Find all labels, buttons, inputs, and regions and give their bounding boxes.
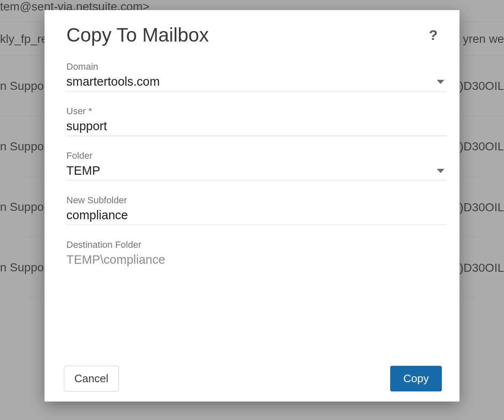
new-subfolder-field[interactable]: New Subfolder [66,195,447,225]
domain-label: Domain [66,61,447,72]
copy-to-mailbox-dialog: Copy To Mailbox ? Domain smartertools.co… [45,10,459,402]
user-field[interactable]: User * [66,106,447,136]
domain-value: smartertools.com [66,75,160,89]
dialog-form: Domain smartertools.com User * Folder TE… [66,61,447,362]
destination-folder-label: Destination Folder [66,239,447,250]
dialog-header: Copy To Mailbox ? [66,24,447,46]
new-subfolder-input[interactable] [66,208,447,222]
user-label: User * [66,106,447,117]
dialog-footer: Cancel Copy [64,362,447,391]
dialog-title: Copy To Mailbox [66,24,209,46]
folder-value: TEMP [66,164,100,178]
new-subfolder-label: New Subfolder [66,195,447,206]
folder-field[interactable]: Folder TEMP [66,150,447,181]
domain-field[interactable]: Domain smartertools.com [66,61,447,92]
folder-label: Folder [66,150,447,161]
user-input[interactable] [66,119,447,133]
copy-button[interactable]: Copy [390,366,442,391]
chevron-down-icon [437,169,444,173]
chevron-down-icon [437,80,444,84]
destination-folder-value: TEMP\compliance [66,253,165,267]
help-icon[interactable]: ? [425,25,442,45]
cancel-button[interactable]: Cancel [64,366,119,391]
destination-folder-field: Destination Folder TEMP\compliance [66,239,447,269]
